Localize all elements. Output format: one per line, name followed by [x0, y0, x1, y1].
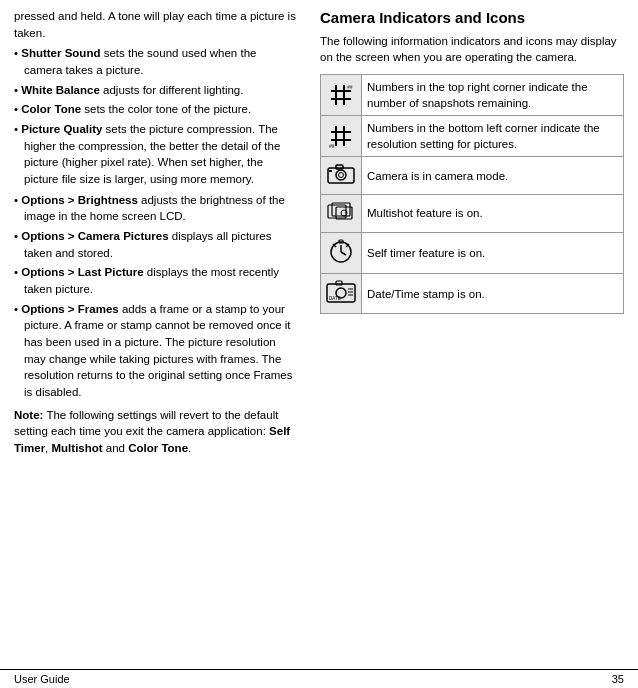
options-frames-text: adds a frame or a stamp to your picture.…: [24, 303, 292, 398]
datetime-description: Date/Time stamp is on.: [367, 288, 485, 300]
svg-text:##: ##: [329, 143, 335, 149]
svg-point-11: [336, 170, 346, 180]
hash-bottom-description: Numbers in the bottom left corner indica…: [367, 122, 600, 150]
hash-bottom-svg: ##: [327, 122, 355, 150]
hash-top-description: Numbers in the top right corner indicate…: [367, 81, 588, 109]
datetime-icon: DATE: [326, 278, 356, 304]
svg-rect-13: [336, 165, 343, 169]
table-row: Self timer feature is on.: [321, 232, 624, 274]
svg-text:DATE: DATE: [329, 296, 341, 301]
note-bold2: Multishot: [52, 442, 103, 454]
indicators-table: ## Numbers in the top right corner indic…: [320, 74, 624, 314]
icon-cell-camera: [321, 157, 362, 195]
list-item: Picture Quality sets the picture compres…: [14, 121, 296, 188]
list-item: White Balance adjusts for different ligh…: [14, 82, 296, 99]
shutter-sound-label: Shutter Sound: [21, 47, 100, 59]
note-bold3: Color Tone: [128, 442, 188, 454]
section-intro: The following information indicators and…: [320, 33, 624, 66]
svg-point-12: [339, 173, 344, 178]
table-row: Multishot feature is on.: [321, 194, 624, 232]
note-text: The following settings will revert to th…: [14, 409, 278, 438]
footer: User Guide 35: [0, 669, 638, 688]
desc-cell-hash-bottom: Numbers in the bottom left corner indica…: [362, 116, 624, 157]
camera-description: Camera is in camera mode.: [367, 170, 508, 182]
options-frames-label: Options > Frames: [21, 303, 118, 315]
note-and: and: [103, 442, 129, 454]
multishot-description: Multishot feature is on.: [367, 207, 483, 219]
note-paragraph: Note: The following settings will revert…: [14, 407, 296, 457]
color-tone-text: sets the color tone of the picture.: [81, 103, 251, 115]
desc-cell-hash-top: Numbers in the top right corner indicate…: [362, 74, 624, 115]
hash-top-icon: ##: [327, 81, 355, 109]
desc-cell-datetime: Date/Time stamp is on.: [362, 274, 624, 314]
camera-icon: [326, 161, 356, 185]
white-balance-label: White Balance: [21, 84, 100, 96]
list-item: Shutter Sound sets the sound used when t…: [14, 45, 296, 78]
options-brightness-label: Options > Brightness: [21, 194, 138, 206]
page: pressed and held. A tone will play each …: [0, 0, 638, 688]
white-balance-text: adjusts for different lighting.: [100, 84, 244, 96]
color-tone-label: Color Tone: [21, 103, 81, 115]
list-item: Options > Frames adds a frame or a stamp…: [14, 301, 296, 401]
multishot-icon: [326, 199, 356, 223]
hash-svg: ##: [327, 81, 355, 109]
icon-cell-hash-bottom: ##: [321, 116, 362, 157]
options-last-picture-label: Options > Last Picture: [21, 266, 143, 278]
table-row: Camera is in camera mode.: [321, 157, 624, 195]
content-area: pressed and held. A tone will play each …: [0, 0, 638, 669]
desc-cell-camera: Camera is in camera mode.: [362, 157, 624, 195]
self-timer-icon: [327, 237, 355, 265]
svg-text:##: ##: [347, 84, 353, 90]
icon-cell-timer: [321, 232, 362, 274]
icon-cell-datetime: DATE: [321, 274, 362, 314]
picture-quality-label: Picture Quality: [21, 123, 102, 135]
note-period: .: [188, 442, 191, 454]
options-camera-pictures-label: Options > Camera Pictures: [21, 230, 168, 242]
table-row: DATE Date/Time stamp is on.: [321, 274, 624, 314]
desc-cell-multishot: Multishot feature is on.: [362, 194, 624, 232]
footer-left: User Guide: [14, 673, 70, 685]
list-item: Options > Last Picture displays the most…: [14, 264, 296, 297]
icon-cell-multishot: [321, 194, 362, 232]
dash-list: Shutter Sound sets the sound used when t…: [14, 45, 296, 187]
icon-cell-hash-top: ##: [321, 74, 362, 115]
right-column: Camera Indicators and Icons The followin…: [310, 0, 638, 669]
bullet-list: Options > Brightness adjusts the brightn…: [14, 192, 296, 401]
left-column: pressed and held. A tone will play each …: [0, 0, 310, 669]
desc-cell-timer: Self timer feature is on.: [362, 232, 624, 274]
hash-bottom-icon: ##: [327, 122, 355, 150]
section-heading: Camera Indicators and Icons: [320, 8, 624, 28]
list-item: Options > Brightness adjusts the brightn…: [14, 192, 296, 225]
list-item: Options > Camera Pictures displays all p…: [14, 228, 296, 261]
svg-rect-14: [329, 170, 332, 172]
footer-right: 35: [612, 673, 624, 685]
timer-description: Self timer feature is on.: [367, 247, 485, 259]
intro-text: pressed and held. A tone will play each …: [14, 8, 296, 41]
table-row: ## Numbers in the bottom left corner ind…: [321, 116, 624, 157]
list-item: Color Tone sets the color tone of the pi…: [14, 101, 296, 118]
svg-line-21: [341, 252, 346, 255]
note-label: Note:: [14, 409, 43, 421]
table-row: ## Numbers in the top right corner indic…: [321, 74, 624, 115]
